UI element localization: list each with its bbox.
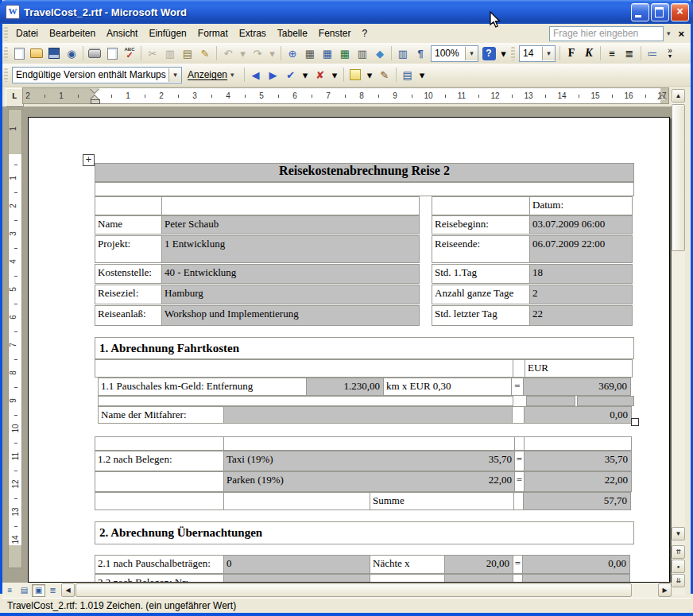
undo-button[interactable]: ↶: [220, 45, 236, 61]
print-button[interactable]: [87, 45, 103, 61]
menu-item-fenster[interactable]: Fenster: [313, 25, 357, 41]
reviewing-pane-button[interactable]: ▤: [400, 67, 416, 83]
open-button[interactable]: [29, 45, 45, 61]
undo-dropdown-icon[interactable]: ▾: [238, 45, 248, 61]
value-cell[interactable]: 1 Entwicklung: [161, 235, 420, 263]
justify-button[interactable]: ≣: [621, 45, 637, 61]
vertical-scrollbar-thumb[interactable]: [672, 104, 685, 251]
normal-view-button[interactable]: ≡: [3, 584, 17, 597]
rate-cell[interactable]: 20,00: [444, 555, 513, 574]
value-cell[interactable]: 22: [529, 305, 633, 326]
reviewing-pane-dropdown-icon[interactable]: ▾: [417, 67, 428, 83]
insert-excel-button[interactable]: ▦: [337, 45, 353, 61]
display-for-review-dropdown-icon[interactable]: ▾: [168, 68, 181, 82]
redo-button[interactable]: ↷: [250, 45, 265, 61]
menu-item-format[interactable]: Format: [192, 25, 234, 41]
value-cell[interactable]: 06.07.2009 22:00: [529, 235, 633, 263]
scroll-down-button[interactable]: ▼: [672, 527, 685, 540]
distance-value-cell[interactable]: 1.230,00: [306, 378, 384, 396]
scroll-up-button[interactable]: ▲: [672, 89, 685, 103]
paste-button[interactable]: ▤: [180, 45, 196, 61]
font-size-dropdown-icon[interactable]: ▾: [542, 47, 555, 60]
menu-item-tabelle[interactable]: Tabelle: [272, 25, 313, 41]
menu-item-extras[interactable]: Extras: [234, 25, 272, 41]
previous-change-button[interactable]: ◀: [248, 67, 264, 83]
value-cell[interactable]: 18: [529, 264, 633, 284]
value-cell[interactable]: 03.07.2009 06:00: [529, 215, 633, 234]
browse-previous-button[interactable]: ⇈: [672, 545, 685, 559]
track-changes-button[interactable]: ✎: [377, 67, 393, 83]
browse-next-button[interactable]: ⇊: [672, 574, 685, 587]
outline-view-button[interactable]: ≣: [46, 584, 60, 597]
value-cell[interactable]: 2: [529, 285, 633, 304]
tables-and-borders-button[interactable]: ▦: [302, 45, 318, 61]
redo-dropdown-icon[interactable]: ▾: [267, 45, 277, 61]
value-cell[interactable]: 0: [223, 555, 370, 574]
drawing-button[interactable]: ◆: [372, 45, 388, 61]
new-document-button[interactable]: [11, 45, 27, 61]
maximize-button[interactable]: [651, 3, 669, 21]
receipt-cell[interactable]: Taxi (19%) 35,70: [223, 451, 515, 471]
show-menu-button[interactable]: Anzeigen ▾: [184, 68, 242, 82]
insert-comment-dropdown-icon[interactable]: ▾: [365, 67, 375, 83]
save-button[interactable]: [46, 45, 62, 61]
print-layout-view-button[interactable]: ▣: [32, 584, 45, 597]
horizontal-scrollbar-thumb[interactable]: [75, 583, 632, 597]
value-cell[interactable]: 40 - Entwicklung: [161, 264, 420, 284]
web-layout-view-button[interactable]: ▤: [17, 584, 31, 597]
ask-question-dropdown-icon[interactable]: ▾: [664, 29, 674, 37]
table-resize-handle[interactable]: [631, 418, 639, 426]
next-change-button[interactable]: ▶: [265, 67, 281, 83]
tab-stop-selector[interactable]: L: [6, 88, 23, 106]
value-cell[interactable]: [223, 406, 513, 424]
menu-item-ansicht[interactable]: Ansicht: [101, 25, 143, 41]
document-page[interactable]: + Reisekostenabrechnung Reise 2 Datum: N…: [28, 117, 670, 583]
close-button[interactable]: ×: [671, 3, 689, 21]
font-size-combobox[interactable]: 14 ▾: [519, 45, 556, 62]
search-button[interactable]: ◉: [64, 45, 79, 61]
reject-change-button[interactable]: ✘: [312, 67, 328, 83]
menu-item-datei[interactable]: Datei: [10, 25, 44, 41]
zoom-combobox[interactable]: 100% ▾: [431, 45, 478, 62]
formatting-toolbar-grip[interactable]: [511, 47, 515, 60]
minimize-button[interactable]: [631, 3, 649, 21]
ask-question-input[interactable]: Frage hier eingeben: [549, 26, 664, 41]
help-button[interactable]: ?: [481, 45, 497, 61]
value-cell[interactable]: Hamburg: [161, 285, 420, 304]
insert-comment-button[interactable]: [347, 67, 363, 83]
title-bar[interactable]: W TravelCost_2.rtf - Microsoft Word ×: [0, 0, 693, 24]
help-dropdown-icon[interactable]: ▾: [498, 45, 509, 61]
zoom-dropdown-icon[interactable]: ▾: [465, 47, 478, 60]
bullets-button[interactable]: ≔: [645, 45, 660, 61]
display-for-review-combobox[interactable]: Endgültige Version enthält Markups ▾: [12, 67, 182, 83]
value-cell[interactable]: Peter Schaub: [161, 215, 420, 234]
table-move-handle[interactable]: +: [83, 154, 95, 166]
bold-button[interactable]: F: [563, 45, 579, 61]
accept-change-button[interactable]: ✔: [283, 67, 299, 83]
show-hide-pilcrow-button[interactable]: ¶: [412, 45, 428, 61]
word-application-icon[interactable]: W: [6, 5, 20, 19]
cut-button[interactable]: ✂: [145, 45, 161, 61]
document-map-button[interactable]: ▥: [395, 45, 411, 61]
select-browse-object-button[interactable]: ●: [672, 560, 685, 573]
horizontal-ruler[interactable]: 211234567891011121314151617: [22, 87, 669, 104]
menu-item-einfgen[interactable]: Einfügen: [143, 25, 192, 41]
spelling-button[interactable]: ABC ✓: [122, 45, 137, 61]
reject-change-dropdown-icon[interactable]: ▾: [330, 67, 340, 83]
italic-button[interactable]: K: [581, 45, 597, 61]
print-preview-button[interactable]: [104, 45, 120, 61]
scroll-right-button[interactable]: ▶: [658, 583, 672, 597]
insert-table-button[interactable]: ▦: [319, 45, 335, 61]
menubar-close-icon[interactable]: ×: [673, 28, 691, 40]
align-left-button[interactable]: ≡: [604, 45, 620, 61]
ask-a-question-box[interactable]: Frage hier eingeben ▾: [549, 26, 674, 41]
left-indent-marker[interactable]: [91, 99, 100, 104]
menubar-grip[interactable]: [4, 27, 8, 41]
first-line-indent-marker[interactable]: [90, 88, 99, 93]
menu-item-?[interactable]: ?: [357, 25, 374, 41]
value-cell[interactable]: Workshop und Implementierung: [161, 305, 420, 326]
format-painter-button[interactable]: ✎: [197, 45, 213, 61]
vertical-scrollbar[interactable]: ▲ ▼ ⇈ ● ⇊: [672, 89, 685, 595]
insert-hyperlink-button[interactable]: ⊕: [285, 45, 300, 61]
receipt-cell[interactable]: Parken (19%) 22,00: [223, 471, 515, 492]
